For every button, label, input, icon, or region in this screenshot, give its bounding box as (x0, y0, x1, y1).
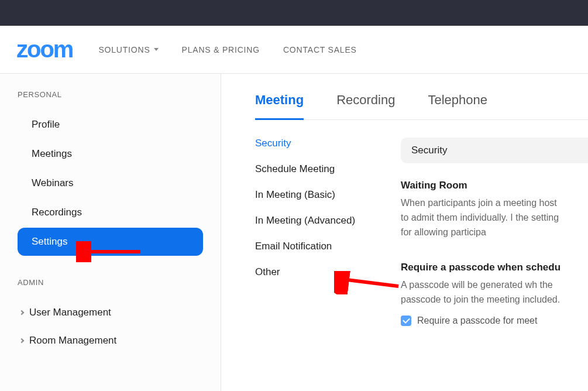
main: PERSONAL Profile Meetings Webinars Recor… (0, 74, 588, 391)
top-banner (0, 0, 588, 26)
anchor-email-notification[interactable]: Email Notification (255, 241, 395, 252)
sidebar-item-meetings[interactable]: Meetings (18, 140, 203, 168)
settings-pane: Security Waiting Room When participants … (395, 138, 588, 348)
anchor-in-meeting-basic[interactable]: In Meeting (Basic) (255, 189, 395, 201)
anchor-security[interactable]: Security (255, 138, 395, 149)
setting-title: Require a passcode when schedu (401, 262, 588, 273)
sidebar-item-webinars[interactable]: Webinars (18, 169, 203, 197)
checkbox-label: Require a passcode for meet (417, 315, 537, 326)
nav-contact[interactable]: CONTACT SALES (283, 45, 357, 54)
tab-telephone[interactable]: Telephone (428, 92, 487, 119)
setting-waiting-room: Waiting Room When participants join a me… (401, 180, 588, 239)
nav-solutions[interactable]: SOLUTIONS (98, 45, 158, 54)
header-nav: SOLUTIONS PLANS & PRICING CONTACT SALES (98, 45, 356, 54)
tab-recording[interactable]: Recording (336, 92, 395, 119)
nav-plans[interactable]: PLANS & PRICING (182, 45, 260, 54)
nav-solutions-label: SOLUTIONS (98, 45, 150, 54)
sidebar-item-label: User Management (29, 307, 111, 318)
chevron-right-icon (19, 338, 24, 343)
sidebar-item-profile[interactable]: Profile (18, 111, 203, 139)
sidebar-item-recordings[interactable]: Recordings (18, 198, 203, 227)
sidebar-personal-label: PERSONAL (18, 90, 203, 99)
sidebar-admin-label: ADMIN (18, 278, 203, 287)
section-heading-security: Security (401, 138, 588, 163)
chevron-right-icon (19, 310, 24, 315)
anchor-other[interactable]: Other (255, 266, 395, 278)
sidebar-item-room-management[interactable]: Room Management (18, 327, 203, 355)
sidebar-item-settings[interactable]: Settings (18, 228, 203, 256)
anchor-schedule-meeting[interactable]: Schedule Meeting (255, 163, 395, 175)
logo[interactable]: zoom (16, 36, 73, 63)
tab-meeting[interactable]: Meeting (255, 92, 304, 120)
passcode-checkbox-row[interactable]: Require a passcode for meet (401, 315, 588, 326)
anchor-in-meeting-advanced[interactable]: In Meeting (Advanced) (255, 215, 395, 227)
setting-require-passcode: Require a passcode when schedu A passcod… (401, 262, 588, 326)
sidebar-item-user-management[interactable]: User Management (18, 299, 203, 327)
checkbox-checked-icon[interactable] (401, 315, 411, 326)
setting-description: When participants join a meeting host to… (401, 196, 565, 239)
setting-title: Waiting Room (401, 180, 588, 191)
caret-down-icon (154, 48, 159, 51)
content: Meeting Recording Telephone Security Sch… (221, 74, 588, 391)
sidebar-item-label: Room Management (29, 335, 116, 347)
sidebar: PERSONAL Profile Meetings Webinars Recor… (0, 74, 221, 391)
header: zoom SOLUTIONS PLANS & PRICING CONTACT S… (0, 26, 588, 74)
tabs: Meeting Recording Telephone (255, 92, 588, 120)
setting-description: A passcode will be generated wh the pass… (401, 278, 565, 307)
anchor-nav: Security Schedule Meeting In Meeting (Ba… (255, 138, 395, 348)
